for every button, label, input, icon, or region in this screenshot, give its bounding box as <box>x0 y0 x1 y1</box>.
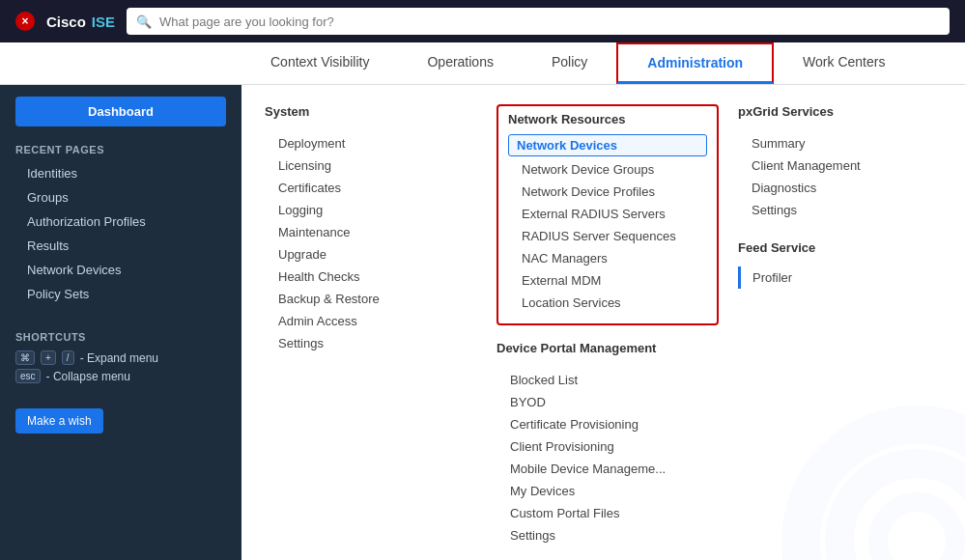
sidebar-item-identities[interactable]: Identities <box>0 161 241 185</box>
sidebar: Dashboard Recent Pages Identities Groups… <box>0 85 241 560</box>
menu-item-profiler[interactable]: Profiler <box>738 266 792 289</box>
feed-service-section: Feed Service Profiler <box>738 240 951 286</box>
sidebar-item-authorization-profiles[interactable]: Authorization Profiles <box>0 210 241 234</box>
brand-logo: Cisco ISE <box>46 14 115 30</box>
sidebar-item-results[interactable]: Results <box>0 234 241 258</box>
menu-item-mobile-device-mgmt[interactable]: Mobile Device Manageme... <box>497 458 719 480</box>
menu-item-nac-managers[interactable]: NAC Managers <box>508 247 707 269</box>
menu-item-external-radius-servers[interactable]: External RADIUS Servers <box>508 203 707 225</box>
shortcut-collapse-row: esc - Collapse menu <box>15 369 226 383</box>
sidebar-divider <box>0 306 241 316</box>
shortcut-expand-key2: + <box>41 350 56 365</box>
menu-item-network-device-groups[interactable]: Network Device Groups <box>508 158 707 181</box>
shortcut-expand-row: ⌘ + / - Expand menu <box>15 350 226 365</box>
shortcut-expand-keys: ⌘ <box>15 350 35 365</box>
menu-item-external-mdm[interactable]: External MDM <box>508 269 707 292</box>
main-layout: Dashboard Recent Pages Identities Groups… <box>0 85 965 560</box>
shortcut-expand-key3: / <box>62 350 74 365</box>
menu-item-licensing[interactable]: Licensing <box>265 154 477 177</box>
menu-item-certificate-provisioning[interactable]: Certificate Provisioning <box>497 413 719 435</box>
menu-item-pxgrid-settings[interactable]: Settings <box>738 199 965 221</box>
brand-cisco: Cisco <box>46 14 86 30</box>
menu-item-certificates[interactable]: Certificates <box>265 177 477 199</box>
device-portal-section: Device Portal Management Blocked List BY… <box>497 341 719 546</box>
menu-item-client-provisioning[interactable]: Client Provisioning <box>497 435 719 458</box>
menu-item-diagnostics[interactable]: Diagnostics <box>738 177 965 199</box>
bottom-right-sections: Feed Service Profiler Threat Centric NAC… <box>738 240 965 305</box>
recent-pages-title: Recent Pages <box>0 140 241 161</box>
menu-item-maintenance[interactable]: Maintenance <box>265 221 477 243</box>
network-resources-title: Network Resources <box>508 112 707 126</box>
brand-ise: ISE <box>92 14 115 30</box>
shortcuts-section: Shortcuts ⌘ + / - Expand menu esc - Coll… <box>0 323 241 395</box>
mega-menu: System Deployment Licensing Certificates… <box>241 85 965 560</box>
device-portal-title: Device Portal Management <box>497 341 719 359</box>
system-title: System <box>265 104 477 123</box>
pxgrid-section: pxGrid Services Summary Client Managemen… <box>738 104 965 546</box>
system-section: System Deployment Licensing Certificates… <box>265 104 477 546</box>
menu-item-network-device-profiles[interactable]: Network Device Profiles <box>508 181 707 203</box>
menu-item-blocked-list[interactable]: Blocked List <box>497 369 719 391</box>
menu-item-system-settings[interactable]: Settings <box>265 332 477 354</box>
shortcut-expand-label: - Expand menu <box>80 351 158 365</box>
menu-item-upgrade[interactable]: Upgrade <box>265 243 477 266</box>
menu-item-device-portal-settings[interactable]: Settings <box>497 524 719 546</box>
tab-operations[interactable]: Operations <box>398 42 522 84</box>
make-wish-button[interactable]: Make a wish <box>15 408 103 434</box>
dashboard-button[interactable]: Dashboard <box>15 97 226 126</box>
sidebar-item-policy-sets[interactable]: Policy Sets <box>0 282 241 306</box>
network-resources-column: Network Resources Network Devices Networ… <box>497 104 719 560</box>
pxgrid-title: pxGrid Services <box>738 104 965 123</box>
shortcuts-title: Shortcuts <box>15 331 226 343</box>
menu-item-admin-access[interactable]: Admin Access <box>265 310 477 332</box>
search-icon: 🔍 <box>136 14 152 29</box>
shortcut-collapse-key: esc <box>15 369 41 383</box>
menu-item-custom-portal-files[interactable]: Custom Portal Files <box>497 502 719 524</box>
menu-item-byod[interactable]: BYOD <box>497 391 719 413</box>
menu-item-network-devices[interactable]: Network Devices <box>508 134 707 156</box>
menu-item-client-management[interactable]: Client Management <box>738 154 965 177</box>
tab-policy[interactable]: Policy <box>523 42 616 84</box>
nav-tabs: Context Visibility Operations Policy Adm… <box>0 42 965 85</box>
menu-item-health-checks[interactable]: Health Checks <box>265 266 477 288</box>
network-resources-box: Network Resources Network Devices Networ… <box>497 104 719 325</box>
menu-item-radius-server-sequences[interactable]: RADIUS Server Sequences <box>508 225 707 247</box>
search-input[interactable] <box>159 14 940 29</box>
shortcut-collapse-label: - Collapse menu <box>46 370 130 383</box>
feed-service-title: Feed Service <box>738 240 951 259</box>
menu-item-location-services[interactable]: Location Services <box>508 292 707 314</box>
search-bar[interactable]: 🔍 <box>127 8 950 35</box>
menu-item-my-devices[interactable]: My Devices <box>497 480 719 502</box>
sidebar-item-network-devices[interactable]: Network Devices <box>0 258 241 282</box>
top-bar: × Cisco ISE 🔍 <box>0 0 965 42</box>
close-button[interactable]: × <box>15 12 35 31</box>
menu-item-backup-restore[interactable]: Backup & Restore <box>265 288 477 310</box>
menu-item-logging[interactable]: Logging <box>265 199 477 221</box>
menu-item-deployment[interactable]: Deployment <box>265 132 477 154</box>
tab-context-visibility[interactable]: Context Visibility <box>241 42 398 84</box>
sidebar-item-groups[interactable]: Groups <box>0 185 241 210</box>
tab-work-centers[interactable]: Work Centers <box>774 42 914 84</box>
tab-administration[interactable]: Administration <box>616 42 774 84</box>
menu-item-summary[interactable]: Summary <box>738 132 965 154</box>
